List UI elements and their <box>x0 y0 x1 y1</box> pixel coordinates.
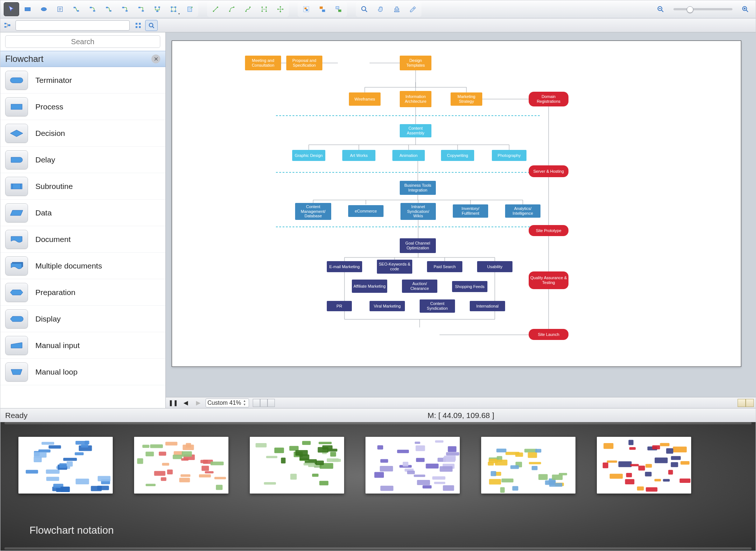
node-n9[interactable]: Graphic Design <box>292 150 325 161</box>
tree-toggle-icon[interactable] <box>1 20 13 31</box>
node-n18[interactable]: Inventory/ Fulfilment <box>453 204 488 218</box>
node-n11[interactable]: Animation <box>392 150 425 161</box>
next-page-icon[interactable]: ▶ <box>193 399 203 407</box>
zoom-step-up[interactable]: ▲ <box>242 399 247 403</box>
shape-item-delay[interactable]: Delay <box>0 147 165 173</box>
drawing-canvas[interactable]: Meeting and ConsultationProposal and Spe… <box>172 41 741 367</box>
node-r5[interactable]: Site Launch <box>529 329 568 340</box>
search-library-icon[interactable] <box>145 20 158 31</box>
shape-item-process[interactable]: Process <box>0 94 165 120</box>
node-n31[interactable]: International <box>470 301 505 311</box>
shape-item-multiple-documents[interactable]: Multiple documents <box>0 253 165 279</box>
shape-item-terminator[interactable]: Terminator <box>0 67 165 94</box>
node-n17[interactable]: Intranet Syndication/ Wikis <box>400 203 436 220</box>
close-library-icon[interactable]: ✕ <box>151 55 160 63</box>
node-n25[interactable]: Affiliate Marketing <box>352 280 387 293</box>
gallery-thumb[interactable] <box>365 437 460 494</box>
prev-page-icon[interactable]: ◀ <box>181 399 191 407</box>
shape-item-manual-loop[interactable]: Manual loop <box>0 359 165 385</box>
library-section-header[interactable]: Flowchart ✕ <box>0 51 165 67</box>
node-n5[interactable]: Wireframes <box>349 92 381 106</box>
group-tool[interactable] <box>298 2 314 16</box>
pause-icon[interactable]: ❚❚ <box>168 399 178 407</box>
node-n19[interactable]: Analytics/ Intelligence <box>505 204 540 218</box>
line-jump-tool[interactable] <box>273 2 288 16</box>
ellipse-tool[interactable] <box>36 2 52 16</box>
node-n28[interactable]: PR <box>327 301 352 311</box>
node-n14[interactable]: Business Tools Integration <box>400 181 436 195</box>
shape-item-data[interactable]: Data <box>0 200 165 226</box>
shape-item-document[interactable]: Document <box>0 226 165 253</box>
shape-item-manual-input[interactable]: Manual input <box>0 332 165 359</box>
node-n2[interactable]: Proposal and Specification <box>286 56 322 70</box>
conn-bezier-tool[interactable] <box>101 2 116 16</box>
conn-direct-tool[interactable] <box>69 2 84 16</box>
node-n15[interactable]: Content Management/ Database <box>295 203 331 220</box>
zoom-step-down[interactable]: ▼ <box>242 403 247 407</box>
zoom-slider[interactable] <box>673 8 732 10</box>
page-tabs[interactable] <box>253 399 275 407</box>
node-n13[interactable]: Photography <box>492 150 526 161</box>
node-n30[interactable]: Content Syndication <box>420 299 455 313</box>
grid-view-icon[interactable] <box>132 20 144 31</box>
zoom-tool[interactable] <box>357 2 372 16</box>
node-n22[interactable]: SEO-Keywords & code <box>377 260 412 274</box>
node-n23[interactable]: Paid Search <box>427 261 462 272</box>
node-n24[interactable]: Usability <box>477 261 512 272</box>
conn-multi-tool[interactable]: ▾ <box>166 2 181 16</box>
zoom-level-input[interactable]: Custom 41% ▲▼ <box>206 399 249 407</box>
node-n16[interactable]: eCommerce <box>348 205 384 217</box>
node-n29[interactable]: Viral Marketing <box>370 301 405 311</box>
line-spline-tool[interactable] <box>256 2 272 16</box>
gallery-thumb[interactable] <box>481 437 575 494</box>
shape-search-input[interactable] <box>5 35 160 48</box>
fit-view-icon[interactable] <box>738 399 754 407</box>
stamp-tool[interactable] <box>389 2 405 16</box>
node-n6[interactable]: Information Architecture <box>400 91 431 107</box>
pointer-tool[interactable] <box>4 2 19 16</box>
shape-item-display[interactable]: Display <box>0 306 165 332</box>
eyedropper-tool[interactable] <box>405 2 421 16</box>
node-n7[interactable]: Marketing Strategy <box>451 92 482 106</box>
zoom-out-button[interactable] <box>653 2 668 16</box>
line-direct-tool[interactable] <box>208 2 223 16</box>
ungroup-tool[interactable] <box>315 2 330 16</box>
node-n4[interactable]: Design Templates <box>400 56 431 70</box>
gallery-thumb[interactable] <box>18 437 113 494</box>
line-arc-tool[interactable] <box>224 2 239 16</box>
library-filter-input[interactable] <box>15 20 130 31</box>
shape-item-subroutine[interactable]: Subroutine <box>0 173 165 200</box>
node-n1[interactable]: Meeting and Consultation <box>245 56 281 70</box>
shape-item-decision[interactable]: Decision <box>0 120 165 147</box>
node-n20[interactable]: Goal Channel Optimization <box>400 238 436 253</box>
conn-spline-tool[interactable] <box>150 2 165 16</box>
node-n32[interactable]: Review and Approvement <box>400 327 440 342</box>
node-r1[interactable]: Domain Registrations <box>529 92 568 106</box>
node-ca3[interactable]: Client Approve <box>246 221 276 233</box>
node-ca2[interactable]: Client Approve <box>246 166 276 179</box>
conn-arc-tool[interactable] <box>85 2 100 16</box>
gallery-thumb[interactable] <box>134 437 228 494</box>
conn-round-tool[interactable] <box>117 2 133 16</box>
node-n21[interactable]: E-mail Marketing <box>327 261 362 272</box>
line-bezier-tool[interactable] <box>240 2 256 16</box>
node-n8[interactable]: Content Assembly <box>400 124 431 137</box>
zoom-in-button[interactable] <box>738 2 753 16</box>
node-n26[interactable]: Auction/ Clearance <box>402 280 437 293</box>
rect-tool[interactable] <box>20 2 35 16</box>
layers-tool[interactable] <box>331 2 346 16</box>
shape-item-preparation[interactable]: Preparation <box>0 279 165 306</box>
node-n3[interactable]: Kick-off meeting <box>338 56 370 70</box>
node-r3[interactable]: Site Prototype <box>529 225 568 236</box>
node-r4[interactable]: Quality Assurance & Testing <box>529 271 568 289</box>
conn-smart-tool[interactable] <box>133 2 149 16</box>
node-n10[interactable]: Art Works <box>342 150 375 161</box>
gallery-thumb[interactable] <box>597 437 691 494</box>
node-ca1[interactable]: Client Approve <box>246 109 276 122</box>
node-n12[interactable]: Copywriting <box>441 150 474 161</box>
node-r2[interactable]: Server & Hosting <box>529 165 568 177</box>
node-n27[interactable]: Shopping Feeds <box>452 281 487 292</box>
text-tool[interactable] <box>52 2 68 16</box>
gallery-thumb[interactable] <box>250 437 344 494</box>
hand-tool[interactable] <box>373 2 388 16</box>
